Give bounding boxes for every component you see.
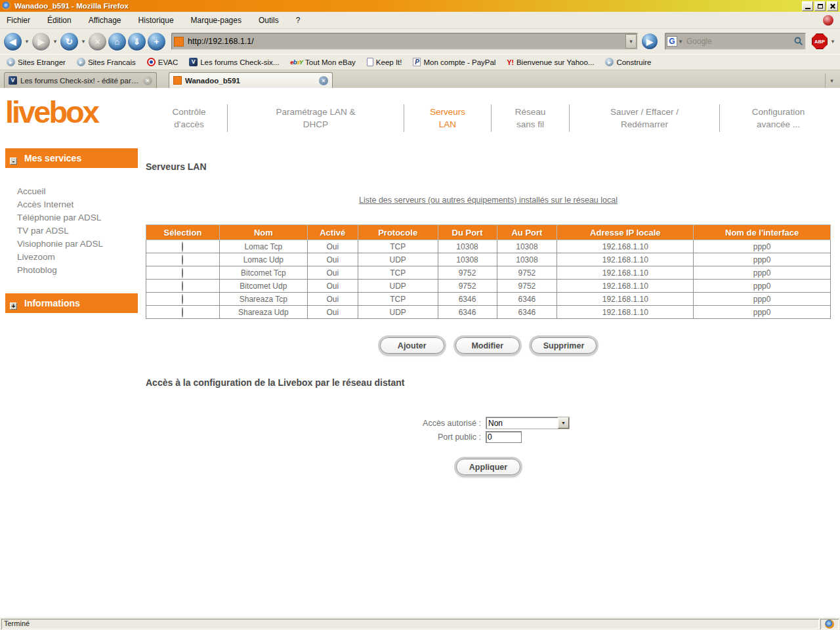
address-bar: ▾ <box>171 33 638 50</box>
table-row: Bitcomet Tcp Oui TCP 9752 9752 192.168.1… <box>146 266 831 280</box>
row-select-radio[interactable] <box>182 294 183 304</box>
nav-serveurs-lan[interactable]: ServeursLAN <box>404 106 491 131</box>
sidebar-item-visiophonie-adsl[interactable]: Visiophonie par ADSL <box>17 238 139 251</box>
menu-edition[interactable]: Édition <box>47 16 72 25</box>
downloads-button[interactable]: ⇓ <box>128 33 146 51</box>
col-au-port: Au Port <box>497 225 557 240</box>
firefox-icon <box>2 1 11 10</box>
tab-check-six[interactable]: V Les forums Check-six! - édité par vBul… <box>4 72 157 88</box>
sidebar-item-acces-internet[interactable]: Accès Internet <box>17 198 139 211</box>
bookmark-sites-etranger[interactable]: ▶Sites Etranger <box>7 58 66 66</box>
minimize-button[interactable] <box>802 1 813 11</box>
sidebar-item-accueil[interactable]: Accueil <box>17 185 139 198</box>
bookmark-paypal[interactable]: PMon compte - PayPal <box>413 58 495 66</box>
nav-reseau-sans-fil[interactable]: Réseausans fil <box>492 106 569 131</box>
bookmark-sites-francais[interactable]: ▶Sites Francais <box>77 58 136 66</box>
bookmark-keep-it[interactable]: Keep It! <box>367 58 402 66</box>
search-bar: G ▾ <box>665 33 806 50</box>
tab-wanadoo[interactable]: Wanadoo_b591 × <box>169 72 333 88</box>
forward-dropdown[interactable]: ▾ <box>52 38 58 45</box>
navigation-toolbar: ◀ ▾ ▶ ▾ ↻ ▾ × ⌂ ⇓ + ▾ ▶ G ▾ ABP ▾ <box>0 29 840 54</box>
sidebar-item-livezoom[interactable]: Livezoom <box>17 251 139 264</box>
row-select-radio[interactable] <box>182 255 183 265</box>
google-engine-icon[interactable]: G <box>667 36 677 47</box>
row-select-radio[interactable] <box>182 268 183 278</box>
url-input[interactable] <box>188 37 625 46</box>
tab-close-icon[interactable]: × <box>143 76 152 85</box>
nav-sauver-effacer[interactable]: Sauver / Effacer /Redémarrer <box>570 106 719 131</box>
server-list-link[interactable]: Liste des serveurs (ou autres équipement… <box>146 196 831 205</box>
select-arrow-icon[interactable]: ▼ <box>558 417 569 429</box>
back-button[interactable]: ◀ <box>4 33 22 51</box>
back-icon: ◀ <box>10 37 16 47</box>
sidebar-item-tv-adsl[interactable]: TV par ADSL <box>17 224 139 238</box>
sidebar: - Mes services Accueil Accès Internet Té… <box>0 140 139 475</box>
col-nom: Nom <box>219 225 307 240</box>
menu-affichage[interactable]: Affichage <box>89 16 121 25</box>
nav-configuration-avancee[interactable]: Configurationavancée ... <box>720 106 837 131</box>
port-public-input[interactable] <box>486 431 522 443</box>
row-select-radio[interactable] <box>182 242 183 252</box>
search-input[interactable] <box>686 37 793 46</box>
new-tab-button[interactable]: + <box>148 33 165 51</box>
bookmark-check-six[interactable]: VLes forums Check-six... <box>189 58 279 66</box>
col-selection: Sélection <box>146 225 220 240</box>
reload-button[interactable]: ↻ <box>60 33 78 51</box>
acces-autorise-select[interactable]: Non ▼ <box>486 417 570 429</box>
close-button[interactable] <box>827 1 838 11</box>
table-row: Shareaza Tcp Oui TCP 6346 6346 192.168.1… <box>146 293 831 306</box>
menu-marque-pages[interactable]: Marque-pages <box>191 16 242 25</box>
forward-icon: ▶ <box>38 37 45 47</box>
search-icon[interactable] <box>793 36 804 47</box>
appliquer-button[interactable]: Appliquer <box>456 459 520 475</box>
modifier-button[interactable]: Modifier <box>455 337 520 354</box>
bookmark-evac[interactable]: EVAC <box>147 58 178 66</box>
sidebar-links: Accueil Accès Internet Téléphonie par AD… <box>17 185 139 277</box>
expand-icon[interactable]: + <box>10 303 17 310</box>
engine-dropdown-icon[interactable]: ▾ <box>677 38 684 45</box>
stop-button[interactable]: × <box>89 33 106 51</box>
status-bar: Terminé <box>0 617 840 630</box>
bookmark-yahoo[interactable]: Y!Bienvenue sur Yahoo... <box>507 58 594 66</box>
forward-button[interactable]: ▶ <box>32 33 50 51</box>
back-dropdown[interactable]: ▾ <box>24 38 30 45</box>
menu-help[interactable]: ? <box>296 16 301 25</box>
home-button[interactable]: ⌂ <box>108 33 126 51</box>
sidebar-item-telephonie-adsl[interactable]: Téléphonie par ADSL <box>17 211 139 224</box>
row-select-radio[interactable] <box>182 307 183 318</box>
reload-dropdown[interactable]: ▾ <box>80 38 87 45</box>
tab-close-icon[interactable]: × <box>319 76 328 85</box>
evac-icon <box>147 58 156 66</box>
sidebar-section-mes-services[interactable]: - Mes services <box>5 148 138 168</box>
extension-icon[interactable] <box>823 15 833 26</box>
nav-parametrage-lan[interactable]: Paramétrage LAN &DHCP <box>228 106 404 131</box>
site-favicon <box>174 37 184 47</box>
site-header: livebox Contrôled'accès Paramétrage LAN … <box>0 88 840 140</box>
stop-icon: × <box>95 37 100 47</box>
sidebar-section-informations[interactable]: + Informations <box>5 293 138 313</box>
sidebar-item-photoblog[interactable]: Photoblog <box>17 264 139 277</box>
bookmark-ebay[interactable]: ebaYTout Mon eBay <box>290 58 355 66</box>
col-du-port: Du Port <box>438 225 497 240</box>
collapse-icon[interactable]: - <box>10 158 17 165</box>
adblock-icon[interactable]: ABP <box>812 33 828 49</box>
menu-historique[interactable]: Historique <box>138 16 174 25</box>
bookmark-construire[interactable]: ▶Construire <box>605 58 651 66</box>
tab-list-dropdown[interactable]: ▾ <box>825 74 838 88</box>
go-button[interactable]: ▶ <box>642 33 658 49</box>
livemark-icon: ▶ <box>7 58 15 66</box>
menu-fichier[interactable]: Fichier <box>7 16 30 25</box>
table-row: Lomac Tcp Oui TCP 10308 10308 192.168.1.… <box>146 240 831 253</box>
ajouter-button[interactable]: Ajouter <box>380 337 444 354</box>
site-navigation: Contrôled'accès Paramétrage LAN &DHCP Se… <box>151 96 840 140</box>
menu-outils[interactable]: Outils <box>259 16 279 25</box>
nav-controle-acces[interactable]: Contrôled'accès <box>151 106 227 131</box>
supprimer-button[interactable]: Supprimer <box>531 337 597 354</box>
row-select-radio[interactable] <box>182 281 183 291</box>
adblock-dropdown[interactable]: ▾ <box>830 38 836 45</box>
restore-button[interactable] <box>814 1 826 11</box>
url-history-dropdown[interactable]: ▾ <box>625 34 637 49</box>
new-tab-icon: + <box>154 37 159 47</box>
status-firefox-panel[interactable] <box>820 619 839 629</box>
servers-table: Sélection Nom Activé Protocole Du Port A… <box>146 224 831 319</box>
